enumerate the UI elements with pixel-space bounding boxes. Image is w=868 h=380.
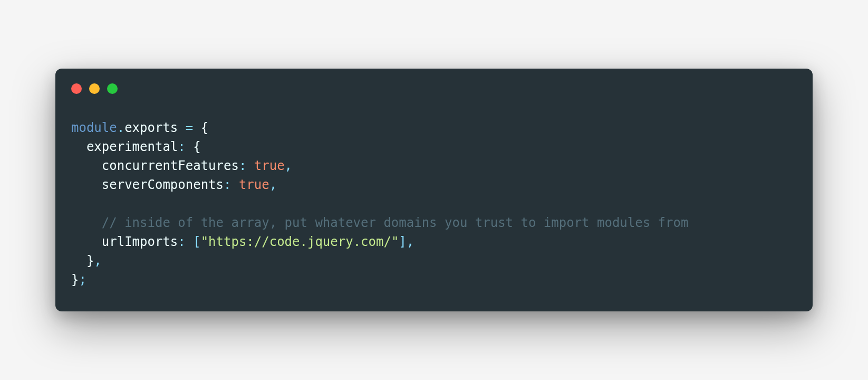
code-token: urlImports [102, 234, 178, 249]
code-token: , [269, 177, 277, 192]
code-line: urlImports: ["https://code.jquery.com/"]… [71, 232, 797, 251]
code-token [71, 158, 102, 173]
code-token [186, 234, 193, 249]
code-token [186, 139, 193, 154]
code-line: }; [71, 270, 797, 289]
code-token: // inside of the array, put whatever dom… [102, 215, 689, 230]
code-token: "https://code.jquery.com/" [201, 234, 399, 249]
code-token: { [193, 139, 200, 154]
code-token [246, 158, 254, 173]
code-line: module.exports = { [71, 118, 797, 137]
code-token: = [186, 120, 193, 135]
maximize-icon[interactable] [107, 83, 118, 94]
code-line: }, [71, 251, 797, 270]
code-token [71, 253, 86, 268]
code-token [71, 177, 102, 192]
code-window: module.exports = { experimental: { concu… [55, 69, 813, 311]
code-token: , [94, 253, 101, 268]
code-token: [ [193, 234, 200, 249]
code-token: true [239, 177, 269, 192]
code-token: , [407, 234, 414, 249]
code-block: module.exports = { experimental: { concu… [71, 118, 797, 289]
code-token [71, 139, 86, 154]
code-token [193, 120, 200, 135]
code-token: : [178, 234, 185, 249]
code-token [71, 215, 102, 230]
close-icon[interactable] [71, 83, 82, 94]
code-token: : [178, 139, 185, 154]
code-token: serverComponents [102, 177, 224, 192]
code-line: // inside of the array, put whatever dom… [71, 213, 797, 232]
code-token: : [239, 158, 246, 173]
code-line: serverComponents: true, [71, 175, 797, 194]
code-token: } [71, 272, 79, 287]
code-token: . [117, 120, 124, 135]
code-token: : [224, 177, 231, 192]
code-line: concurrentFeatures: true, [71, 156, 797, 175]
code-token: ; [79, 272, 86, 287]
code-token: } [86, 253, 94, 268]
minimize-icon[interactable] [89, 83, 100, 94]
code-line [71, 194, 797, 213]
code-token: module [71, 120, 117, 135]
code-token: { [201, 120, 208, 135]
code-token: ] [399, 234, 406, 249]
code-token: true [254, 158, 285, 173]
code-token: exports [124, 120, 178, 135]
code-token [178, 120, 185, 135]
code-token: experimental [86, 139, 178, 154]
code-token [71, 234, 102, 249]
window-traffic-lights [71, 83, 797, 94]
code-token [231, 177, 238, 192]
code-token: , [285, 158, 292, 173]
code-line: experimental: { [71, 137, 797, 156]
code-token: concurrentFeatures [102, 158, 239, 173]
